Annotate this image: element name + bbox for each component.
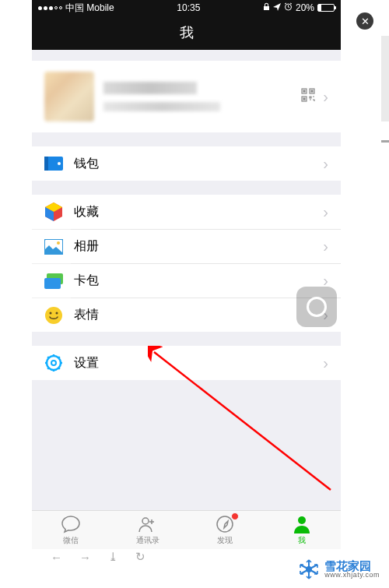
chevron-right-icon: › [323,238,328,255]
svg-rect-6 [303,98,305,100]
tab-chat[interactable]: 微信 [32,511,109,549]
status-time: 10:35 [114,2,263,13]
status-right: 20% [263,2,335,13]
chevron-right-icon: › [323,88,328,106]
svg-point-16 [56,312,58,314]
tab-me[interactable]: 我 [264,511,341,549]
circle-icon [307,297,327,317]
carrier-label: 中国 Mobile [65,2,114,15]
chat-bubble-icon [61,514,81,534]
gear-icon [44,354,63,372]
svg-point-9 [58,162,61,165]
tab-label: 通讯录 [136,535,159,546]
profile-id-blurred [103,102,220,111]
watermark-brand: 雪花家园 [324,560,380,572]
svg-point-15 [50,312,52,314]
signal-dots-icon [38,6,62,10]
qr-code-icon[interactable] [301,88,315,105]
tab-bar: 微信 通讯录 发现 我 [32,510,341,549]
svg-line-26 [58,357,60,358]
svg-point-11 [57,241,60,245]
menu-label: 钱包 [74,156,312,172]
nav-header: 我 [32,16,341,50]
menu-group-settings: 设置 › [32,346,341,380]
page-title: 我 [180,23,194,42]
watermark-url: www.xhjaty.com [324,572,380,579]
menu-label: 相册 [74,238,312,255]
download-icon[interactable]: ⤓ [108,550,118,564]
phone-screen: 中国 Mobile 10:35 20% 我 [32,0,341,549]
watermark: 雪花家园 www.xhjaty.com [298,558,380,580]
avatar [44,72,94,121]
svg-point-27 [142,518,149,524]
profile-name-blurred [103,82,197,94]
tab-label: 微信 [63,535,79,546]
menu-label: 设置 [74,355,312,371]
assistive-touch-button[interactable] [296,287,337,327]
menu-label: 表情 [74,307,312,323]
svg-point-18 [51,361,56,365]
location-arrow-icon [273,2,281,13]
svg-line-24 [58,368,60,369]
svg-point-34 [307,567,311,572]
side-fragment [381,140,389,143]
svg-point-29 [298,516,306,524]
svg-rect-2 [303,90,305,92]
forward-arrow-icon[interactable]: → [79,551,91,564]
close-icon: ✕ [361,16,370,27]
alarm-icon [284,2,293,13]
chevron-right-icon: › [323,155,328,173]
refresh-icon[interactable]: ↻ [135,550,145,564]
menu-label: 卡包 [74,273,312,289]
menu-group-collections: 收藏 › 相册 › 卡包 › 表情 › [32,195,341,332]
svg-rect-4 [311,90,313,92]
menu-group-wallet: 钱包 › [32,146,341,181]
menu-item-settings[interactable]: 设置 › [32,346,341,380]
contacts-icon [138,514,158,534]
menu-item-stickers[interactable]: 表情 › [32,298,341,332]
notification-badge [231,512,239,520]
svg-rect-13 [44,278,61,289]
menu-item-wallet[interactable]: 钱包 › [32,146,341,181]
profile-row[interactable]: › [32,61,341,132]
snowflake-icon [298,558,320,580]
menu-label: 收藏 [74,204,312,220]
tab-discover[interactable]: 发现 [187,511,264,549]
menu-item-cards[interactable]: 卡包 › [32,263,341,298]
chevron-right-icon: › [323,203,328,221]
person-icon [293,514,310,534]
wallet-icon [44,154,63,173]
tab-contacts[interactable]: 通讯录 [109,511,186,549]
svg-line-23 [47,357,49,358]
svg-rect-8 [44,157,48,171]
battery-pct: 20% [296,2,314,13]
browser-toolbar: ← → ⤓ ↻ [32,549,341,565]
smiley-icon [44,306,63,325]
menu-item-favorites[interactable]: 收藏 › [32,195,341,229]
chevron-right-icon: › [323,354,328,372]
tab-label: 我 [298,535,306,546]
cards-icon [44,272,63,290]
svg-line-25 [47,368,49,369]
profile-info [103,82,292,111]
menu-item-album[interactable]: 相册 › [32,229,341,263]
battery-icon [317,4,335,12]
tab-label: 发现 [217,535,233,546]
back-arrow-icon[interactable]: ← [51,551,62,564]
empty-area [32,380,341,510]
status-bar: 中国 Mobile 10:35 20% [32,0,341,16]
side-fragment [381,36,389,121]
svg-point-14 [45,307,62,324]
lock-icon [263,2,270,13]
status-left: 中国 Mobile [38,2,114,15]
cube-icon [44,202,63,221]
close-button[interactable]: ✕ [356,12,373,30]
photo-icon [44,238,63,256]
